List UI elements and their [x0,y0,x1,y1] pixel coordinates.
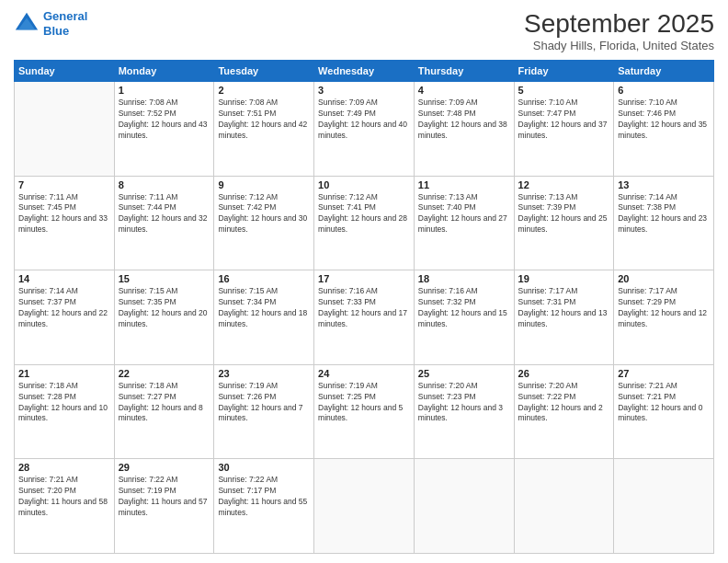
day-number: 24 [318,368,410,379]
day-info: Sunrise: 7:21 AMSunset: 7:21 PMDaylight:… [618,381,710,425]
col-wednesday: Wednesday [314,61,415,82]
day-number: 9 [218,179,310,190]
day-number: 17 [318,273,410,284]
day-number: 11 [418,179,510,190]
calendar-cell: 10Sunrise: 7:12 AMSunset: 7:41 PMDayligh… [314,176,415,270]
day-number: 2 [218,85,310,96]
day-info: Sunrise: 7:16 AMSunset: 7:32 PMDaylight:… [418,286,510,330]
logo-line1: General [43,9,87,23]
calendar-cell: 24Sunrise: 7:19 AMSunset: 7:25 PMDayligh… [314,364,415,459]
col-sunday: Sunday [15,61,115,82]
col-saturday: Saturday [614,61,714,82]
calendar-cell: 30Sunrise: 7:22 AMSunset: 7:17 PMDayligh… [214,459,314,554]
day-info: Sunrise: 7:15 AMSunset: 7:35 PMDaylight:… [119,286,210,330]
day-number: 27 [618,368,710,379]
page: General Blue September 2025 Shady Hills,… [0,0,728,563]
calendar-cell: 8Sunrise: 7:11 AMSunset: 7:44 PMDaylight… [114,176,214,270]
day-info: Sunrise: 7:11 AMSunset: 7:45 PMDaylight:… [18,192,110,236]
day-info: Sunrise: 7:15 AMSunset: 7:34 PMDaylight:… [218,286,310,330]
calendar-cell: 4Sunrise: 7:09 AMSunset: 7:48 PMDaylight… [414,82,514,177]
calendar-cell: 26Sunrise: 7:20 AMSunset: 7:22 PMDayligh… [514,364,614,459]
day-number: 18 [418,273,510,284]
title-area: September 2025 Shady Hills, Florida, Uni… [524,9,714,52]
calendar-cell: 6Sunrise: 7:10 AMSunset: 7:46 PMDaylight… [614,82,714,177]
calendar-week-row: 28Sunrise: 7:21 AMSunset: 7:20 PMDayligh… [15,459,714,554]
calendar-cell: 13Sunrise: 7:14 AMSunset: 7:38 PMDayligh… [614,176,714,270]
calendar-cell: 12Sunrise: 7:13 AMSunset: 7:39 PMDayligh… [514,176,614,270]
calendar-cell: 11Sunrise: 7:13 AMSunset: 7:40 PMDayligh… [414,176,514,270]
day-info: Sunrise: 7:19 AMSunset: 7:25 PMDaylight:… [318,381,410,425]
calendar-cell: 1Sunrise: 7:08 AMSunset: 7:52 PMDaylight… [114,82,214,177]
calendar-cell [15,82,115,177]
day-number: 14 [18,273,110,284]
calendar-cell [614,459,714,554]
calendar-cell: 14Sunrise: 7:14 AMSunset: 7:37 PMDayligh… [15,270,115,365]
month-title: September 2025 [524,9,714,39]
day-number: 6 [618,85,710,96]
day-number: 3 [318,85,410,96]
col-tuesday: Tuesday [214,61,314,82]
day-number: 10 [318,179,410,190]
day-info: Sunrise: 7:09 AMSunset: 7:49 PMDaylight:… [318,98,410,142]
col-thursday: Thursday [414,61,514,82]
day-info: Sunrise: 7:17 AMSunset: 7:29 PMDaylight:… [618,286,710,330]
day-number: 8 [119,179,210,190]
calendar-cell: 22Sunrise: 7:18 AMSunset: 7:27 PMDayligh… [114,364,214,459]
calendar-cell: 28Sunrise: 7:21 AMSunset: 7:20 PMDayligh… [15,459,115,554]
calendar-cell: 15Sunrise: 7:15 AMSunset: 7:35 PMDayligh… [114,270,214,365]
header: General Blue September 2025 Shady Hills,… [14,9,714,52]
calendar-cell: 18Sunrise: 7:16 AMSunset: 7:32 PMDayligh… [414,270,514,365]
day-number: 19 [518,273,610,284]
calendar-cell: 25Sunrise: 7:20 AMSunset: 7:23 PMDayligh… [414,364,514,459]
day-number: 15 [119,273,210,284]
calendar-header-row: Sunday Monday Tuesday Wednesday Thursday… [15,61,714,82]
day-info: Sunrise: 7:12 AMSunset: 7:42 PMDaylight:… [218,192,310,236]
logo: General Blue [14,9,87,38]
calendar-cell: 2Sunrise: 7:08 AMSunset: 7:51 PMDaylight… [214,82,314,177]
day-number: 30 [218,462,310,473]
day-number: 23 [218,368,310,379]
calendar-cell: 29Sunrise: 7:22 AMSunset: 7:19 PMDayligh… [114,459,214,554]
day-info: Sunrise: 7:10 AMSunset: 7:47 PMDaylight:… [518,98,610,142]
day-number: 20 [618,273,710,284]
calendar-cell: 9Sunrise: 7:12 AMSunset: 7:42 PMDaylight… [214,176,314,270]
calendar-table: Sunday Monday Tuesday Wednesday Thursday… [14,60,714,554]
day-info: Sunrise: 7:11 AMSunset: 7:44 PMDaylight:… [119,192,210,236]
day-number: 22 [119,368,210,379]
day-number: 5 [518,85,610,96]
calendar-cell [314,459,415,554]
day-number: 1 [119,85,210,96]
calendar-week-row: 21Sunrise: 7:18 AMSunset: 7:28 PMDayligh… [15,364,714,459]
calendar-week-row: 14Sunrise: 7:14 AMSunset: 7:37 PMDayligh… [15,270,714,365]
day-info: Sunrise: 7:17 AMSunset: 7:31 PMDaylight:… [518,286,610,330]
calendar-cell: 3Sunrise: 7:09 AMSunset: 7:49 PMDaylight… [314,82,415,177]
day-number: 13 [618,179,710,190]
calendar-cell: 27Sunrise: 7:21 AMSunset: 7:21 PMDayligh… [614,364,714,459]
day-number: 28 [18,462,110,473]
location: Shady Hills, Florida, United States [524,39,714,52]
calendar-week-row: 7Sunrise: 7:11 AMSunset: 7:45 PMDaylight… [15,176,714,270]
col-friday: Friday [514,61,614,82]
day-info: Sunrise: 7:08 AMSunset: 7:52 PMDaylight:… [119,98,210,142]
day-number: 25 [418,368,510,379]
calendar-cell: 16Sunrise: 7:15 AMSunset: 7:34 PMDayligh… [214,270,314,365]
day-number: 29 [119,462,210,473]
day-info: Sunrise: 7:22 AMSunset: 7:19 PMDaylight:… [119,475,210,519]
day-info: Sunrise: 7:13 AMSunset: 7:39 PMDaylight:… [518,192,610,236]
day-number: 4 [418,85,510,96]
day-info: Sunrise: 7:13 AMSunset: 7:40 PMDaylight:… [418,192,510,236]
calendar-cell: 20Sunrise: 7:17 AMSunset: 7:29 PMDayligh… [614,270,714,365]
day-number: 7 [18,179,110,190]
logo-text: General Blue [43,9,87,38]
day-number: 12 [518,179,610,190]
day-info: Sunrise: 7:14 AMSunset: 7:37 PMDaylight:… [18,286,110,330]
day-info: Sunrise: 7:22 AMSunset: 7:17 PMDaylight:… [218,475,310,519]
calendar-cell [414,459,514,554]
day-info: Sunrise: 7:18 AMSunset: 7:27 PMDaylight:… [119,381,210,425]
day-info: Sunrise: 7:08 AMSunset: 7:51 PMDaylight:… [218,98,310,142]
calendar-cell: 5Sunrise: 7:10 AMSunset: 7:47 PMDaylight… [514,82,614,177]
day-info: Sunrise: 7:12 AMSunset: 7:41 PMDaylight:… [318,192,410,236]
day-info: Sunrise: 7:20 AMSunset: 7:22 PMDaylight:… [518,381,610,425]
calendar-week-row: 1Sunrise: 7:08 AMSunset: 7:52 PMDaylight… [15,82,714,177]
calendar-cell: 17Sunrise: 7:16 AMSunset: 7:33 PMDayligh… [314,270,415,365]
